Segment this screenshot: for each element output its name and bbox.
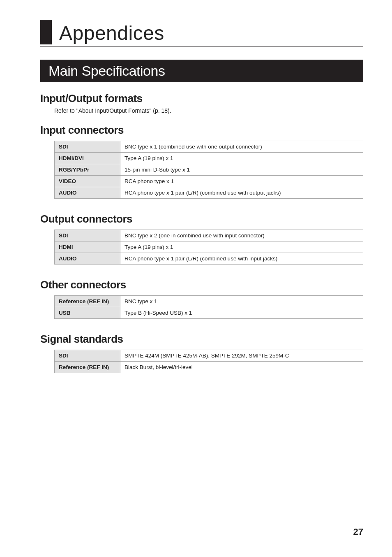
io-formats-heading: Input/Output formats [40,92,363,105]
row-value: SMPTE 424M (SMPTE 425M-AB), SMPTE 292M, … [120,350,363,362]
output-connectors-heading: Output connectors [40,213,363,225]
row-value: Black Burst, bi-level/tri-level [120,362,363,373]
table-row: SDI BNC type x 1 (combined use with one … [55,141,363,153]
row-value: Type B (Hi-Speed USB) x 1 [120,307,363,319]
signal-standards-table: SDI SMPTE 424M (SMPTE 425M-AB), SMPTE 29… [54,350,363,373]
table-row: Reference (REF IN) BNC type x 1 [55,296,363,307]
row-label: AUDIO [55,187,120,199]
row-value: RCA phono type x 1 [120,176,363,187]
row-label: HDMI [55,241,120,253]
input-connectors-table: SDI BNC type x 1 (combined use with one … [54,141,363,199]
title-row: Appendices [40,20,363,44]
table-row: SDI BNC type x 2 (one in combined use wi… [55,230,363,241]
table-row: AUDIO RCA phono type x 1 pair (L/R) (com… [55,253,363,265]
table-row: Reference (REF IN) Black Burst, bi-level… [55,362,363,373]
input-connectors-heading: Input connectors [40,124,363,137]
other-connectors-table: Reference (REF IN) BNC type x 1 USB Type… [54,295,363,319]
row-value: BNC type x 1 [120,296,363,307]
table-row: AUDIO RCA phono type x 1 pair (L/R) (com… [55,187,363,199]
table-row: USB Type B (Hi-Speed USB) x 1 [55,307,363,319]
row-label: RGB/YPbPr [55,164,120,176]
page-title: Appendices [59,22,164,44]
row-value: RCA phono type x 1 pair (L/R) (combined … [120,253,363,265]
row-value: BNC type x 1 (combined use with one outp… [120,141,363,153]
title-bar-icon [40,20,52,44]
row-label: Reference (REF IN) [55,296,120,307]
table-row: HDMI Type A (19 pins) x 1 [55,241,363,253]
table-row: RGB/YPbPr 15-pin mini D-Sub type x 1 [55,164,363,176]
signal-standards-heading: Signal standards [40,333,363,346]
section-title: Main Specifications [40,60,363,82]
row-value: BNC type x 2 (one in combined use with i… [120,230,363,241]
row-label: Reference (REF IN) [55,362,120,373]
row-label: USB [55,307,120,319]
table-row: VIDEO RCA phono type x 1 [55,176,363,187]
row-value: Type A (19 pins) x 1 [120,241,363,253]
row-value: 15-pin mini D-Sub type x 1 [120,164,363,176]
table-row: SDI SMPTE 424M (SMPTE 425M-AB), SMPTE 29… [55,350,363,362]
row-value: Type A (19 pins) x 1 [120,153,363,164]
row-label: SDI [55,350,120,362]
row-label: VIDEO [55,176,120,187]
page-number: 27 [353,527,363,537]
row-label: SDI [55,230,120,241]
row-label: AUDIO [55,253,120,265]
title-underline [40,46,363,46]
output-connectors-table: SDI BNC type x 2 (one in combined use wi… [54,230,363,265]
row-value: RCA phono type x 1 pair (L/R) (combined … [120,187,363,199]
other-connectors-heading: Other connectors [40,278,363,291]
table-row: HDMI/DVI Type A (19 pins) x 1 [55,153,363,164]
io-formats-note: Refer to "About Input/Output Formats" (p… [54,107,363,114]
row-label: SDI [55,141,120,153]
row-label: HDMI/DVI [55,153,120,164]
